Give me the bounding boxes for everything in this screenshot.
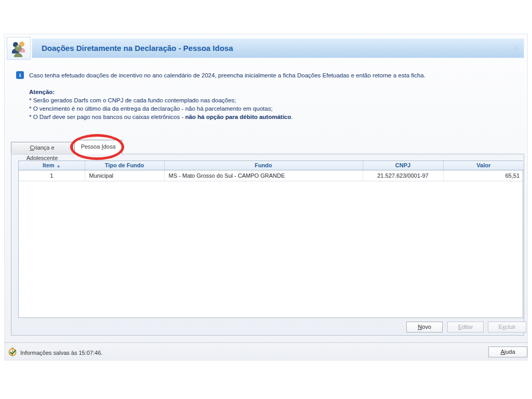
column-header-fundo[interactable]: Fundo xyxy=(164,161,363,170)
page: Doações Diretamente na Declaração - Pess… xyxy=(0,0,532,399)
mouse-cursor-decoration xyxy=(510,44,518,55)
cell-fundo: MS - Mato Grosso do Sul - CAMPO GRANDE xyxy=(164,170,363,181)
table-header-row: Item▲ Tipo de Fundo Fundo CNPJ Valor xyxy=(19,161,524,170)
tab-crianca-e-adolescente[interactable]: Criança e Adolescente xyxy=(11,142,73,153)
column-header-tipo-de-fundo[interactable]: Tipo de Fundo xyxy=(85,161,164,170)
attention-bullet-1: * Serão gerados Darfs com o CNPJ de cada… xyxy=(29,96,517,104)
column-header-cnpj[interactable]: CNPJ xyxy=(363,161,443,170)
attention-block: Atenção: * Serão gerados Darfs com o CNP… xyxy=(29,88,517,121)
tab-pessoa-idosa[interactable]: Pessoa Idosa xyxy=(74,140,122,154)
status-bar: Informações salvas às 15:07:46. Ajuda xyxy=(5,342,527,360)
cell-valor: 65,51 xyxy=(443,170,524,181)
cell-cnpj: 21.527.623/0001-97 xyxy=(363,170,443,181)
notice-block: i Caso tenha efetuado doações de incenti… xyxy=(16,72,517,121)
tab-panel-pessoa-idosa: Item▲ Tipo de Fundo Fundo CNPJ Valor 1 M… xyxy=(11,154,524,336)
ajuda-button[interactable]: Ajuda xyxy=(488,347,527,357)
page-header: Doações Diretamente na Declaração - Pess… xyxy=(32,38,524,58)
table-row[interactable]: 1 Municipal MS - Mato Grosso do Sul - CA… xyxy=(19,170,524,181)
cell-tipo-de-fundo: Municipal xyxy=(85,170,164,181)
donations-table-container: Item▲ Tipo de Fundo Fundo CNPJ Valor 1 M… xyxy=(18,161,523,318)
attention-bullet-2: * O vencimento é no último dia da entreg… xyxy=(29,104,517,113)
column-header-valor[interactable]: Valor xyxy=(443,161,524,170)
donations-table: Item▲ Tipo de Fundo Fundo CNPJ Valor 1 M… xyxy=(19,161,524,181)
attention-label: Atenção: xyxy=(29,88,517,96)
family-icon xyxy=(7,37,31,60)
cell-item: 1 xyxy=(19,170,85,181)
page-title: Doações Diretamente na Declaração - Pess… xyxy=(42,39,233,58)
attention-bullet-3: * O Darf deve ser pago nos bancos ou cai… xyxy=(29,113,517,121)
status-message: Informações salvas às 15:07:46. xyxy=(20,350,102,356)
notice-intro-text: Caso tenha efetuado doações de incentivo… xyxy=(29,72,425,79)
editar-button: Editar xyxy=(447,322,484,332)
excluir-button: Excluir xyxy=(488,322,526,332)
saved-clock-check-icon xyxy=(8,347,17,358)
sort-ascending-icon: ▲ xyxy=(57,164,61,168)
info-icon: i xyxy=(16,71,24,79)
novo-button[interactable]: Novo xyxy=(406,322,443,332)
window: Doações Diretamente na Declaração - Pess… xyxy=(4,34,528,361)
